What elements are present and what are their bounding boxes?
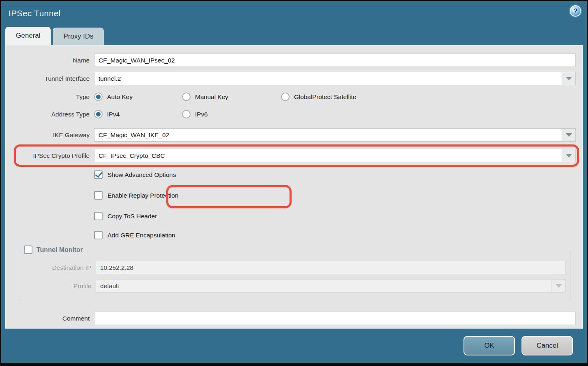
chevron-down-icon xyxy=(566,154,572,157)
type-label: Type xyxy=(11,93,90,101)
ike-gateway-dropdown-button[interactable] xyxy=(562,129,575,141)
tunnel-monitor-group: Tunnel Monitor Destination IP Profile xyxy=(18,251,571,301)
radio-ipv6[interactable]: IPv6 xyxy=(182,110,208,118)
comment-input[interactable] xyxy=(94,312,576,325)
help-icon-glyph: ? xyxy=(573,8,577,15)
tunnel-monitor-legend: Tunnel Monitor xyxy=(23,245,87,254)
help-icon[interactable]: ? xyxy=(570,5,581,17)
destination-ip-input xyxy=(96,261,566,274)
radio-manual-key[interactable]: Manual Key xyxy=(182,93,281,101)
general-tab-panel: Name Tunnel Interface Type xyxy=(5,45,583,329)
radio-globalprotect-satellite[interactable]: GlobalProtect Satellite xyxy=(281,93,356,101)
destination-ip-row: Destination IP xyxy=(18,261,571,274)
radio-ipv4[interactable]: IPv4 xyxy=(94,110,182,118)
radio-auto-key[interactable]: Auto Key xyxy=(94,93,182,101)
name-label: Name xyxy=(11,57,90,64)
address-type-label: Address Type xyxy=(11,111,90,118)
ike-gateway-row: IKE Gateway xyxy=(11,128,576,142)
radio-auto-key-control[interactable] xyxy=(94,93,103,101)
radio-ipv6-control[interactable] xyxy=(182,110,191,118)
enable-replay-protection-row: Enable Replay Protection xyxy=(94,191,576,200)
ipsec-crypto-profile-label: IPSec Crypto Profile xyxy=(11,152,90,159)
monitor-profile-input xyxy=(96,280,552,292)
radio-manual-key-control[interactable] xyxy=(182,93,191,101)
dialog-footer: OK Cancel xyxy=(1,329,587,363)
show-advanced-options-checkbox[interactable] xyxy=(94,170,103,179)
monitor-profile-row: Profile xyxy=(18,279,571,293)
chevron-down-icon xyxy=(566,77,572,80)
ike-gateway-input[interactable] xyxy=(94,129,562,141)
show-advanced-options-row: Show Advanced Options xyxy=(94,170,576,179)
tunnel-interface-label: Tunnel Interface xyxy=(11,75,90,82)
tunnel-interface-input[interactable] xyxy=(94,72,562,85)
radio-globalprotect-satellite-control[interactable] xyxy=(281,93,290,101)
tab-bar: General Proxy IDs xyxy=(1,26,587,45)
copy-tos-header-row: Copy ToS Header xyxy=(94,212,576,220)
red-highlight-annotation xyxy=(166,185,292,208)
tab-proxy-ids[interactable]: Proxy IDs xyxy=(53,28,104,45)
monitor-profile-label: Profile xyxy=(18,282,91,290)
monitor-profile-dropdown-button xyxy=(552,280,565,292)
add-gre-encapsulation-checkbox[interactable] xyxy=(94,231,103,239)
ipsec-tunnel-dialog: IPSec Tunnel ? General Proxy IDs Name Tu… xyxy=(0,0,588,366)
copy-tos-header-checkbox[interactable] xyxy=(94,212,103,220)
dialog-title: IPSec Tunnel xyxy=(9,9,61,18)
destination-ip-label: Destination IP xyxy=(18,264,91,271)
comment-label: Comment xyxy=(11,315,90,322)
ipsec-crypto-profile-input[interactable] xyxy=(94,149,562,162)
tunnel-interface-dropdown-button[interactable] xyxy=(562,72,575,85)
enable-replay-protection-checkbox[interactable] xyxy=(94,191,103,200)
type-row: Type Auto Key Manual Key GlobalProtect S… xyxy=(11,93,576,101)
ipsec-crypto-profile-row: IPSec Crypto Profile xyxy=(11,149,576,162)
tab-general[interactable]: General xyxy=(5,27,51,45)
tunnel-monitor-checkbox[interactable] xyxy=(24,245,32,254)
name-row: Name xyxy=(11,54,576,67)
radio-ipv4-control[interactable] xyxy=(94,110,103,118)
name-input[interactable] xyxy=(94,54,576,67)
tunnel-interface-row: Tunnel Interface xyxy=(11,72,576,85)
address-type-row: Address Type IPv4 IPv6 xyxy=(11,110,576,118)
ok-button[interactable]: OK xyxy=(464,336,515,355)
ipsec-crypto-profile-dropdown-button[interactable] xyxy=(562,149,575,162)
chevron-down-icon xyxy=(566,133,572,137)
dialog-titlebar: IPSec Tunnel ? xyxy=(1,1,587,26)
ike-gateway-label: IKE Gateway xyxy=(11,131,90,139)
comment-row: Comment xyxy=(11,312,576,325)
add-gre-encapsulation-row: Add GRE Encapsulation xyxy=(94,231,576,239)
chevron-down-icon xyxy=(556,284,562,288)
cancel-button[interactable]: Cancel xyxy=(521,336,573,355)
